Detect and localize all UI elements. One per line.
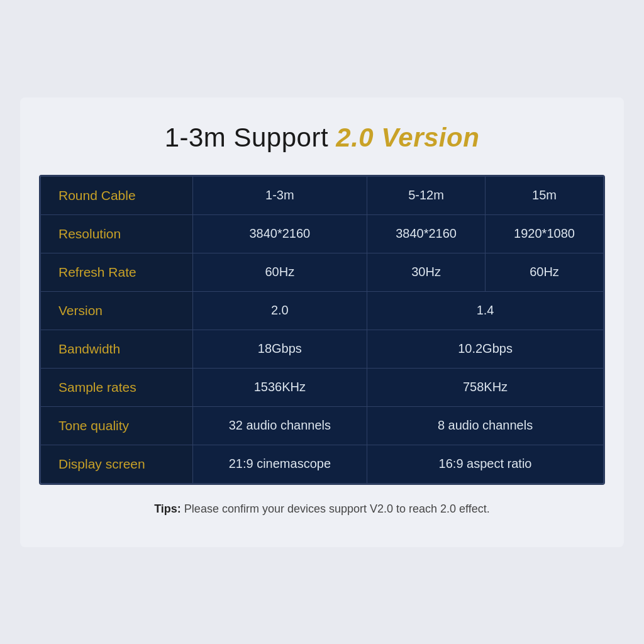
row-label: Display screen [41, 445, 193, 483]
table-row: Round Cable1-3m5-12m15m [41, 176, 604, 214]
row-label: Version [41, 291, 193, 330]
table-row: Resolution3840*21603840*21601920*1080 [41, 214, 604, 253]
row-value-1: 2.0 [192, 291, 367, 330]
table-row: Refresh Rate60Hz30Hz60Hz [41, 253, 604, 291]
row-value-3: 60Hz [486, 253, 604, 291]
row-value-1: 3840*2160 [192, 214, 367, 253]
row-value-1: 60Hz [192, 253, 367, 291]
table-row: Bandwidth18Gbps10.2Gbps [41, 330, 604, 368]
row-value-2: 3840*2160 [367, 214, 486, 253]
table-row: Version2.01.4 [41, 291, 604, 330]
row-value-2: 5-12m [367, 176, 486, 214]
row-label: Refresh Rate [41, 253, 193, 291]
row-label: Bandwidth [41, 330, 193, 368]
row-value-merged: 1.4 [367, 291, 604, 330]
row-value-merged: 758KHz [367, 368, 604, 406]
table-row: Sample rates1536KHz758KHz [41, 368, 604, 406]
tips-text: Tips: Please confirm your devices suppor… [154, 502, 490, 516]
row-label: Resolution [41, 214, 193, 253]
main-container: 1-3m Support 2.0 Version Round Cable1-3m… [20, 97, 624, 547]
row-value-1: 32 audio channels [192, 406, 367, 445]
row-value-merged: 16:9 aspect ratio [367, 445, 604, 483]
row-label: Sample rates [41, 368, 193, 406]
row-value-3: 1920*1080 [486, 214, 604, 253]
row-value-1: 18Gbps [192, 330, 367, 368]
table-row: Display screen21:9 cinemascope16:9 aspec… [41, 445, 604, 483]
comparison-table: Round Cable1-3m5-12m15mResolution3840*21… [40, 176, 604, 484]
table-row: Tone quality32 audio channels8 audio cha… [41, 406, 604, 445]
row-value-3: 15m [486, 176, 604, 214]
row-value-1: 1-3m [192, 176, 367, 214]
page-title: 1-3m Support 2.0 Version [165, 123, 480, 153]
row-value-2: 30Hz [367, 253, 486, 291]
row-value-merged: 10.2Gbps [367, 330, 604, 368]
row-value-merged: 8 audio channels [367, 406, 604, 445]
tips-bold: Tips: [154, 502, 181, 515]
title-part1: 1-3m Support [165, 123, 336, 152]
row-value-1: 1536KHz [192, 368, 367, 406]
row-label: Tone quality [41, 406, 193, 445]
tips-content: Please confirm your devices support V2.0… [181, 502, 490, 515]
title-part2: 2.0 Version [336, 123, 479, 152]
comparison-table-wrapper: Round Cable1-3m5-12m15mResolution3840*21… [39, 175, 605, 485]
row-value-1: 21:9 cinemascope [192, 445, 367, 483]
row-label: Round Cable [41, 176, 193, 214]
